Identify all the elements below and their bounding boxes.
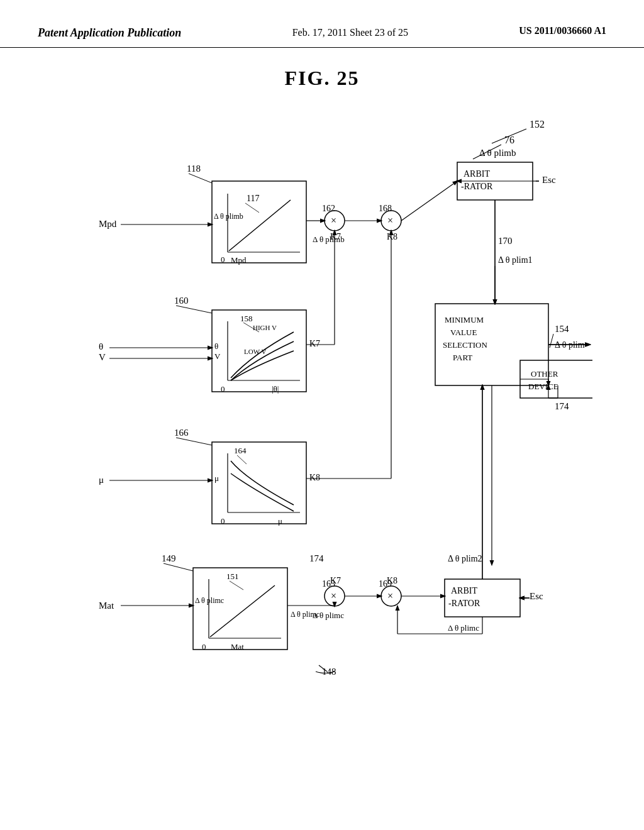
arbit-label-bottom: ARBIT [451,586,477,595]
theta-y-axis: θ [214,341,218,351]
ref-154: 154 [555,324,569,334]
rator-label-bottom: -RATOR [448,599,480,608]
delta-theta-plimc-output: Δ θ plimc [448,623,479,633]
theta-input-label: θ [99,341,103,351]
ref-151: 151 [226,572,239,581]
diagram-container: 152 76 Δ θ plimb ARBIT -RATOR Esc 118 [52,109,592,769]
k7-162: K7 [330,232,341,241]
svg-line-15 [550,334,553,348]
multiply-symbol-169: × [387,590,393,601]
ref-76: 76 [504,135,514,145]
ref-118: 118 [187,163,201,174]
abs-theta-x-axis: |θ| [272,384,279,394]
page: Patent Application Publication Feb. 17, … [0,0,644,830]
delta-theta-plim2: Δ θ plim2 [448,554,482,563]
delta-theta-plimc-label: Δ θ plimc [291,610,319,619]
k8-168: K8 [387,232,397,241]
svg-line-12 [401,181,457,221]
ref-174-left: 174 [309,553,324,563]
svg-line-48 [164,563,193,571]
v-y-axis: V [214,351,221,361]
date-sheet-label: Feb. 17, 2011 Sheet 23 of 25 [292,25,408,40]
delta-theta-plim1: Δ θ plim1 [498,255,533,265]
zero-118: 0 [221,255,225,264]
low-v-label: LOW V [244,348,266,355]
mat-x-axis: Mat [231,642,244,651]
svg-line-8 [245,203,259,213]
ref-162: 162 [322,204,335,213]
delta-theta-plimb-y-axis: Δ θ plimb [214,212,243,221]
mat-input-label: Mat [99,600,114,611]
arbitrator-box-bottom [445,579,520,617]
ref-169: 169 [379,579,392,589]
rator-label-top: -RATOR [461,182,493,191]
svg-line-23 [176,306,212,313]
k8-166: K8 [309,473,320,482]
svg-line-52 [230,581,243,590]
box-149 [193,568,287,650]
minimum-label: MINIMUM [445,315,484,324]
esc-label-top: Esc [542,175,556,185]
ref-117: 117 [247,194,259,203]
multiply-symbol-162: × [331,215,336,226]
svg-line-4 [189,174,212,183]
ref-174-right: 174 [555,401,569,411]
patent-number-label: US 2011/0036660 A1 [519,25,606,36]
ref-166: 166 [174,428,189,438]
ref-168: 168 [379,204,392,213]
diagram-svg: 152 76 Δ θ plimb ARBIT -RATOR Esc 118 [52,109,592,769]
ref-149: 149 [162,553,176,563]
k7-160: K7 [309,339,320,348]
mu-y-axis: μ [214,473,219,483]
other-label: OTHER [531,369,558,379]
page-header: Patent Application Publication Feb. 17, … [0,0,644,48]
box-166 [212,442,306,524]
multiply-symbol-168: × [387,215,393,226]
mpd-x-axis: Mpd [231,255,247,265]
device-label: DEVICE [528,382,558,391]
ref-164: 164 [234,446,247,455]
svg-line-34 [237,455,247,464]
publication-label: Patent Application Publication [38,25,181,41]
delta-theta-plimb-top: Δ θ plimb [479,148,516,158]
main-content: FIG. 25 152 76 Δ θ plimb ARBIT -RATOR Es… [0,48,644,794]
figure-title: FIG. 25 [38,67,606,90]
part-label: PART [453,353,472,362]
mu-x-axis: μ [278,516,282,526]
svg-line-7 [229,200,291,251]
zero-160: 0 [221,384,225,394]
v-input-label: V [99,352,106,362]
selection-label: SELECTION [443,340,487,350]
ref-152: 152 [530,119,545,130]
mu-input-label: μ [99,475,104,485]
esc-label-bottom: Esc [530,591,543,601]
delta-theta-plimc-y-axis: Δ θ plimc [195,596,224,605]
zero-166: 0 [221,516,225,526]
svg-line-51 [210,585,275,637]
zero-149: 0 [202,642,206,651]
svg-line-31 [176,438,212,445]
ref-158: 158 [240,314,253,323]
mpd-input-label: Mpd [99,219,117,229]
ref-163: 163 [322,579,335,589]
arbit-label-top: ARBIT [464,169,490,179]
ref-170: 170 [498,236,513,246]
multiply-symbol-163: × [331,590,336,601]
ref-160: 160 [174,296,189,306]
value-label: VALUE [450,328,477,337]
